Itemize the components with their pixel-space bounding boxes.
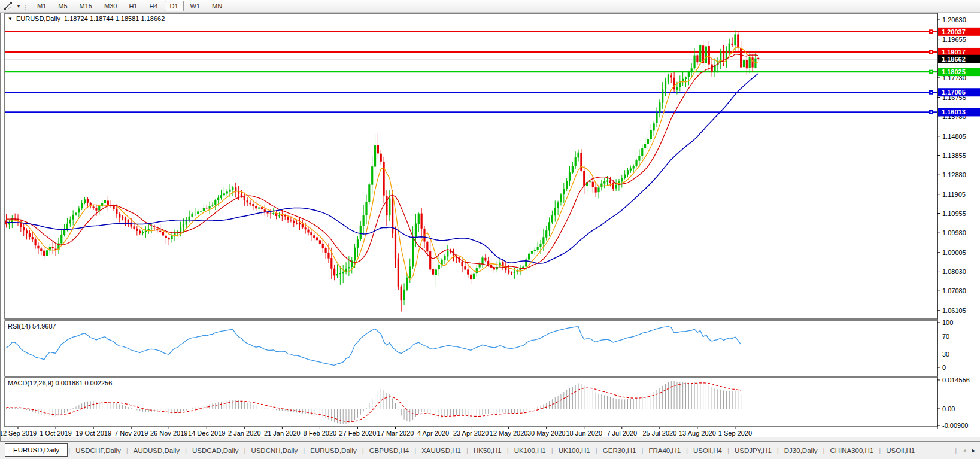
date-label: 19 Oct 2019	[75, 430, 111, 437]
timeframe-button-m5[interactable]: M5	[53, 1, 72, 11]
date-label: 18 Jun 2020	[566, 430, 602, 437]
chart-tab-hk50-h1[interactable]: HK50,H1	[469, 445, 506, 456]
rsi-axis-label: 70	[942, 333, 949, 340]
price-level-badge: 1.20037	[942, 28, 966, 35]
chart-tab-usdchf-daily[interactable]: USDCHF,Daily	[71, 445, 125, 456]
date-label: 4 Apr 2020	[417, 430, 449, 437]
chart-symbol: EURUSD,Daily	[16, 15, 60, 22]
price-tick-label: 1.14805	[942, 133, 966, 140]
date-label: 7 Jul 2020	[606, 430, 637, 437]
rsi-axis-label: 0	[942, 364, 946, 371]
chart-tab-china300-h1[interactable]: CHINA300,H1	[825, 445, 878, 456]
chevron-down-icon[interactable]: ▾	[15, 4, 22, 9]
timeframe-button-w1[interactable]: W1	[185, 1, 206, 11]
timeframe-buttons: M1M5M15M30H1H4D1W1MN	[31, 1, 228, 11]
line-study-icon-glyph	[4, 1, 13, 11]
price-tick-label: 1.09005	[942, 249, 966, 256]
price-axis[interactable]: 1.206301.196551.177301.167551.157801.148…	[937, 13, 980, 429]
chart-tab-usoil-h1[interactable]: USOil,H1	[881, 445, 920, 456]
price-tick-label: 1.13855	[942, 152, 966, 159]
price-level-badge: 1.16013	[942, 108, 966, 115]
price-tick-label: 1.20630	[942, 16, 966, 23]
ohlc-close: 1.18662	[141, 15, 165, 22]
chart-tab-audusd-daily[interactable]: AUDUSD,Daily	[129, 445, 184, 456]
price-tick-label: 1.06105	[942, 307, 966, 314]
rsi-axis-label: 100	[942, 319, 953, 326]
date-label: 13 Aug 2020	[679, 430, 716, 437]
date-label: 8 Feb 2020	[304, 430, 337, 437]
date-label: 12 May 2020	[490, 430, 528, 437]
date-label: 30 May 2020	[527, 430, 566, 437]
tab-scroll-right-icon[interactable]: ►	[971, 448, 976, 454]
chart-tab-dj30-daily[interactable]: DJ30,Daily	[779, 445, 823, 456]
chart-tab-usdjpy-h1[interactable]: USDJPY,H1	[730, 445, 776, 456]
price-tick-label: 1.10955	[942, 210, 966, 217]
date-label: 25 Jul 2020	[642, 430, 676, 437]
macd-axis-label: -0.00900	[942, 422, 968, 429]
timeframe-button-d1[interactable]: D1	[165, 1, 184, 11]
ohlc-open: 1.18724	[64, 15, 88, 22]
rsi-axis-label: 30	[942, 351, 949, 358]
price-tick-label: 1.08030	[942, 268, 966, 275]
price-level-badge: 1.17005	[942, 89, 966, 96]
chart-tab-eurusd-daily[interactable]: EURUSD,Daily	[5, 443, 68, 457]
rsi-pane	[5, 321, 937, 376]
chart-tab-usoil-h4[interactable]: USOil,H4	[688, 445, 727, 456]
timeframe-button-m15[interactable]: M15	[74, 1, 98, 11]
macd-axis-label: 0.00	[942, 405, 955, 412]
price-level-badge: 1.19017	[942, 48, 966, 56]
rsi-indicator-label: RSI(14) 54.9687	[8, 323, 56, 330]
timeframe-button-mn[interactable]: MN	[207, 1, 227, 11]
price-tick-label: 1.12880	[942, 171, 966, 178]
price-tick-label: 1.09980	[942, 229, 966, 236]
chart-tab-ger30-h1[interactable]: GER30,H1	[598, 445, 641, 456]
toolbar: ▾ M1M5M15M30H1H4D1W1MN	[0, 0, 980, 13]
date-label: 14 Dec 2019	[188, 430, 225, 437]
macd-axis-label: 0.014556	[942, 376, 970, 384]
toolbar-grip[interactable]	[25, 2, 28, 11]
timeframe-button-m1[interactable]: M1	[32, 1, 51, 11]
chart-tab-uk100-h1[interactable]: UK100,H1	[509, 445, 551, 456]
collapse-icon[interactable]: ▼	[8, 16, 13, 22]
tab-scroll-left-icon[interactable]: ◄	[961, 448, 967, 454]
chart-tab-fra40-h1[interactable]: FRA40,H1	[644, 445, 685, 456]
date-label: 1 Sep 2020	[718, 430, 752, 437]
chart-tab-eurusd-daily[interactable]: EURUSD,Daily	[305, 445, 361, 456]
line-study-icon[interactable]	[2, 1, 15, 11]
chart-tab-bar: EURUSD,Daily|USDCHF,Daily|AUDUSD,Daily|U…	[0, 441, 980, 459]
chart-title: ▼EURUSD,Daily 1.18724 1.18744 1.18581 1.…	[8, 15, 165, 22]
chart-tab-xauusd-h1[interactable]: XAUUSD,H1	[417, 445, 466, 456]
chart-tab-gbpusd-h4[interactable]: GBPUSD,H4	[365, 445, 414, 456]
price-level-badge: 1.18025	[942, 68, 966, 75]
bottom-strip	[1, 437, 980, 441]
date-label: 7 Nov 2019	[114, 430, 148, 437]
chart-tab-uk100-h1[interactable]: UK100,H1	[554, 445, 595, 456]
tab-scroll-controls: |◄►	[954, 447, 980, 454]
date-label: 1 Oct 2019	[40, 430, 72, 437]
price-tick-label: 1.07080	[942, 287, 966, 294]
date-label: 17 Mar 2020	[377, 430, 414, 437]
chart-tab-usdcnh-daily[interactable]: USDCNH,Daily	[246, 445, 302, 456]
tab-separator: |	[954, 447, 957, 454]
timeframe-button-h4[interactable]: H4	[144, 1, 163, 11]
macd-pane	[5, 378, 937, 427]
chart-tab-usdcad-daily[interactable]: USDCAD,Daily	[187, 445, 243, 456]
date-label: 21 Jan 2020	[264, 430, 301, 437]
date-label: 26 Nov 2019	[150, 430, 187, 437]
chart-canvas[interactable]: 1.206301.196551.177301.167551.157801.148…	[1, 13, 980, 441]
chart-workspace[interactable]: ▼EURUSD,Daily 1.18724 1.18744 1.18581 1.…	[0, 13, 980, 441]
date-label: 2 Jan 2020	[228, 430, 260, 437]
macd-indicator-label: MACD(12,26,9) 0.001881 0.002256	[8, 379, 112, 387]
date-label: 12 Sep 2019	[1, 430, 37, 437]
date-axis[interactable]: 12 Sep 20191 Oct 201919 Oct 20197 Nov 20…	[1, 427, 752, 437]
price-tick-label: 1.11905	[942, 191, 966, 198]
timeframe-button-h1[interactable]: H1	[123, 1, 142, 11]
date-label: 23 Apr 2020	[453, 430, 489, 437]
price-tick-label: 1.19655	[942, 36, 966, 43]
timeframe-button-m30[interactable]: M30	[99, 1, 122, 11]
ohlc-high: 1.18744	[90, 15, 114, 22]
price-level-badge: 1.18662	[942, 56, 966, 63]
ohlc-low: 1.18581	[116, 15, 139, 22]
date-label: 27 Feb 2020	[339, 430, 377, 437]
